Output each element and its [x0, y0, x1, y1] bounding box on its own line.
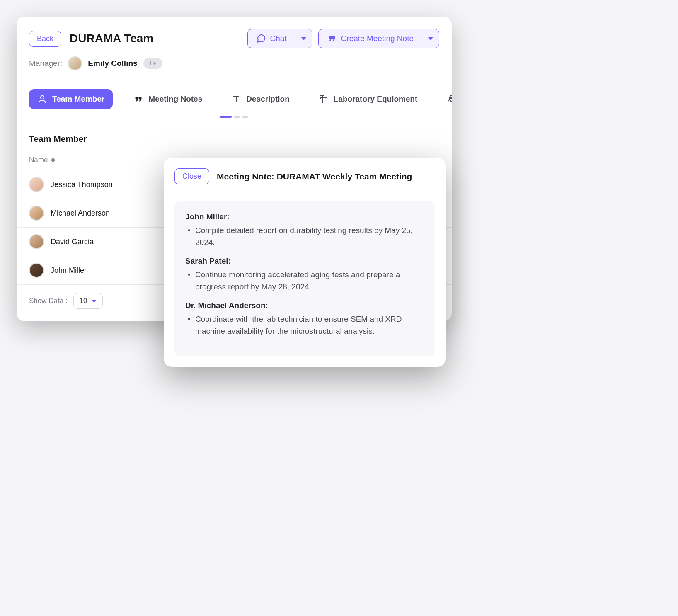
user-icon [37, 94, 47, 104]
tab-label: Description [246, 95, 290, 104]
ruler-icon [319, 94, 329, 104]
member-name: John Miller [51, 266, 87, 275]
note-task: Compile detailed report on durability te… [185, 225, 424, 248]
sort-icon [51, 158, 55, 163]
scroll-dot [234, 116, 240, 118]
tab-label: Team Member [52, 95, 104, 104]
scroll-indicator [17, 113, 452, 124]
header-right: Chat Create Meeting Note [247, 29, 439, 48]
show-data-label: Show Data : [29, 297, 68, 305]
modal-header: Close Meeting Note: DURAMAT Weekly Team … [174, 168, 435, 192]
chevron-down-icon [92, 300, 97, 303]
note-person: Sarah Patel: [185, 257, 424, 266]
member-avatar [29, 177, 44, 192]
create-note-dropdown[interactable] [422, 29, 439, 48]
quote-icon [133, 94, 143, 104]
rocket-icon [446, 94, 452, 104]
member-avatar [29, 263, 44, 278]
create-note-button[interactable]: Create Meeting Note [319, 29, 422, 48]
tab-label: Meeting Notes [148, 95, 202, 104]
page-size-value: 10 [80, 297, 87, 305]
column-name-label: Name [29, 156, 48, 164]
manager-name: Emily Collins [88, 59, 137, 68]
note-entry: Sarah Patel: Continue monitoring acceler… [185, 257, 424, 293]
member-name: Michael Anderson [51, 209, 110, 218]
tab-laboratory-equipment[interactable]: Laboratory Equioment [310, 89, 426, 109]
manager-label: Manager: [29, 59, 62, 68]
tab-description[interactable]: Description [223, 89, 298, 109]
modal-title: Meeting Note: DURAMAT Weekly Team Meetin… [217, 172, 412, 182]
chevron-down-icon [428, 37, 433, 40]
member-name: Jessica Thompson [51, 180, 113, 189]
tab-research[interactable]: Resea [438, 89, 452, 109]
tab-label: Laboratory Equioment [334, 95, 418, 104]
section-title: Team Member [17, 124, 452, 150]
manager-avatar [68, 56, 82, 70]
back-button[interactable]: Back [29, 31, 61, 47]
page-title: DURAMA Team [70, 32, 153, 45]
tab-meeting-notes[interactable]: Meeting Notes [125, 89, 211, 109]
modal-body: John Miller: Compile detailed report on … [174, 201, 435, 356]
member-name: David Garcia [51, 238, 94, 246]
manager-row: Manager: Emily Collins 1+ [17, 56, 452, 79]
chat-label: Chat [270, 34, 287, 43]
chat-dropdown[interactable] [295, 29, 312, 48]
svg-point-1 [451, 97, 452, 99]
note-task: Coordinate with the lab technician to en… [185, 313, 424, 337]
scroll-dot [242, 116, 248, 118]
scroll-dot [220, 116, 232, 118]
card-header: Back DURAMA Team Chat Create Meeting Not… [17, 29, 452, 56]
note-entry: Dr. Michael Anderson: Coordinate with th… [185, 301, 424, 337]
quote-icon [327, 34, 337, 44]
note-entry: John Miller: Compile detailed report on … [185, 212, 424, 248]
text-icon [231, 94, 241, 104]
column-name[interactable]: Name [29, 156, 55, 164]
note-person: Dr. Michael Anderson: [185, 301, 424, 310]
svg-point-0 [41, 96, 44, 99]
member-avatar [29, 234, 44, 249]
note-person: John Miller: [185, 212, 424, 221]
tabs: Team Member Meeting Notes Description La… [17, 79, 452, 113]
chevron-down-icon [301, 37, 306, 40]
extra-members-badge[interactable]: 1+ [143, 58, 162, 69]
tab-team-member[interactable]: Team Member [29, 89, 113, 109]
close-button[interactable]: Close [174, 168, 209, 184]
member-avatar [29, 206, 44, 221]
chat-button-group: Chat [247, 29, 312, 48]
meeting-note-modal: Close Meeting Note: DURAMAT Weekly Team … [164, 158, 446, 367]
note-task: Continue monitoring accelerated aging te… [185, 269, 424, 293]
header-left: Back DURAMA Team [29, 31, 153, 47]
page-size-select[interactable]: 10 [73, 293, 103, 309]
chat-icon [256, 34, 266, 44]
chat-button[interactable]: Chat [248, 29, 295, 48]
create-note-label: Create Meeting Note [341, 34, 414, 43]
create-note-button-group: Create Meeting Note [318, 29, 439, 48]
